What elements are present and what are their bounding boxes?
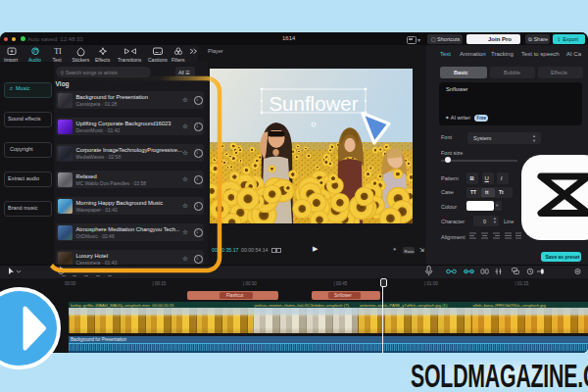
svg-text:TI: TI	[54, 47, 62, 56]
svg-text:Sunflower: Sunflower	[269, 92, 358, 115]
